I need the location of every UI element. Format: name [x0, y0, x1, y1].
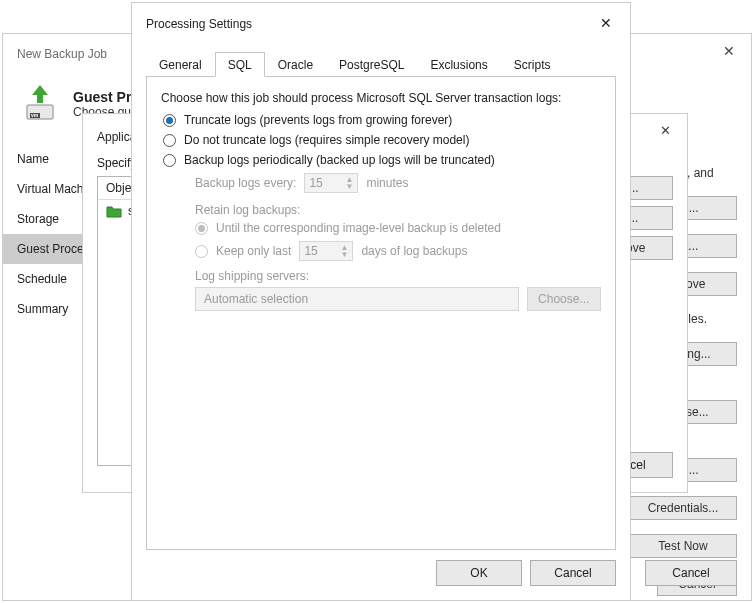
radio-icon — [163, 134, 176, 147]
tab-postgresql[interactable]: PostgreSQL — [326, 52, 417, 77]
radio-icon — [195, 222, 208, 235]
dialog-title: Processing Settings — [146, 17, 252, 31]
radio-label: Do not truncate logs (requires simple re… — [184, 133, 469, 147]
outer-window-title: New Backup Job — [17, 47, 107, 61]
tab-oracle[interactable]: Oracle — [265, 52, 326, 77]
radio-backup-periodically[interactable]: Backup logs periodically (backed up logs… — [163, 153, 601, 167]
tab-exclusions[interactable]: Exclusions — [417, 52, 500, 77]
vm-folder-icon — [106, 204, 122, 218]
credentials-button[interactable]: Credentials... — [629, 496, 737, 520]
sql-intro-text: Choose how this job should process Micro… — [161, 91, 601, 105]
test-now-button[interactable]: Test Now — [629, 534, 737, 558]
backup-every-spinner: 15 ▲▼ — [304, 173, 358, 193]
log-shipping-label: Log shipping servers: — [195, 269, 601, 283]
tab-general[interactable]: General — [146, 52, 215, 77]
radio-retain-keep-only-last: Keep only last 15 ▲▼ days of log backups — [195, 241, 601, 261]
close-icon[interactable]: ✕ — [715, 40, 743, 62]
radio-label-pre: Keep only last — [216, 244, 291, 258]
close-icon[interactable]: ✕ — [592, 13, 620, 33]
keep-days-spinner: 15 ▲▼ — [299, 241, 353, 261]
cancel-button[interactable]: Cancel — [530, 560, 616, 586]
retain-label: Retain log backups: — [195, 203, 601, 217]
backup-every-unit: minutes — [366, 176, 408, 190]
tab-scripts[interactable]: Scripts — [501, 52, 564, 77]
spinner-value: 15 — [304, 244, 317, 258]
radio-label-post: days of log backups — [361, 244, 467, 258]
choose-log-shipping-button: Choose... — [527, 287, 601, 311]
radio-label: Backup logs periodically (backed up logs… — [184, 153, 495, 167]
backup-vm-icon: vm — [19, 83, 61, 125]
backup-logs-every-row: Backup logs every: 15 ▲▼ minutes — [195, 173, 601, 193]
radio-label: Truncate logs (prevents logs from growin… — [184, 113, 452, 127]
spinner-arrows-icon: ▲▼ — [340, 244, 348, 258]
svg-text:vm: vm — [31, 112, 39, 118]
ok-button[interactable]: OK — [436, 560, 522, 586]
radio-truncate-logs[interactable]: Truncate logs (prevents logs from growin… — [163, 113, 601, 127]
cancel-button[interactable]: Cancel — [645, 560, 737, 586]
close-icon[interactable]: ✕ — [652, 120, 679, 141]
radio-label: Until the corresponding image-level back… — [216, 221, 501, 235]
tab-sql[interactable]: SQL — [215, 52, 265, 77]
radio-icon — [163, 114, 176, 127]
tab-body: Choose how this job should process Micro… — [146, 77, 616, 550]
dialog-bottom-buttons: OK Cancel — [436, 560, 616, 586]
log-shipping-input: Automatic selection — [195, 287, 519, 311]
log-shipping-value: Automatic selection — [204, 292, 308, 306]
spinner-arrows-icon: ▲▼ — [345, 176, 353, 190]
processing-settings-dialog: Processing Settings ✕ General SQL Oracle… — [131, 2, 631, 601]
spinner-value: 15 — [309, 176, 322, 190]
radio-do-not-truncate[interactable]: Do not truncate logs (requires simple re… — [163, 133, 601, 147]
radio-icon — [163, 154, 176, 167]
radio-icon — [195, 245, 208, 258]
radio-retain-until-backup-deleted: Until the corresponding image-level back… — [195, 221, 601, 235]
tab-strip: General SQL Oracle PostgreSQL Exclusions… — [146, 51, 616, 77]
backup-every-label: Backup logs every: — [195, 176, 296, 190]
